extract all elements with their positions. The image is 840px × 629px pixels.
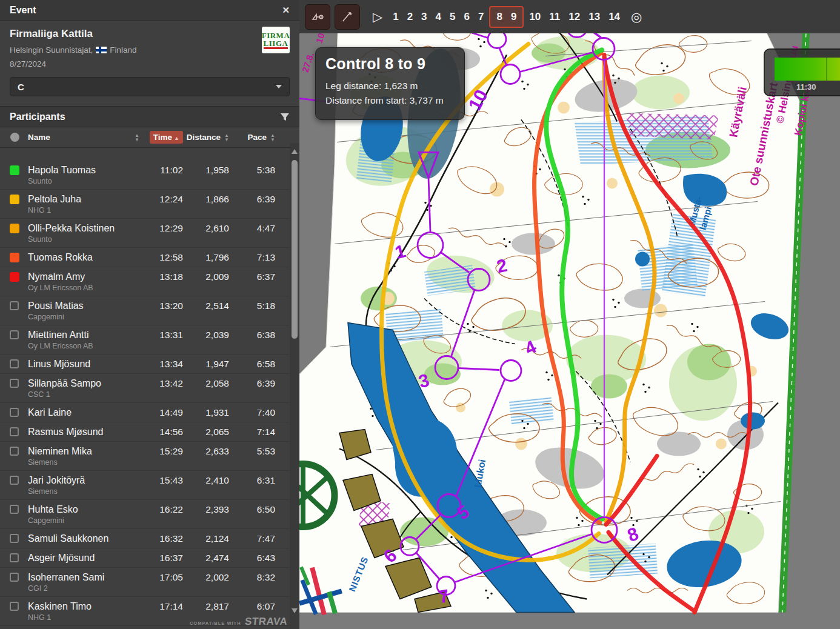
scrollbar-thumb[interactable] xyxy=(292,160,298,339)
participant-row[interactable]: Isoherranen Sami CGI 2 17:05 2,002 8:32 xyxy=(0,568,290,597)
runner-checkbox[interactable] xyxy=(10,602,19,611)
participant-row[interactable]: Nieminen Mika Siemens 15:29 2,633 5:53 xyxy=(0,442,290,471)
control-button-12[interactable]: 12 xyxy=(564,8,584,25)
runner-name: Pousi Matias xyxy=(28,299,145,312)
course-overlay-button[interactable] xyxy=(305,4,330,30)
map-view: Käyräväli Ote suunnistuskart © Helsingin… xyxy=(299,0,840,629)
runner-checkbox[interactable] xyxy=(10,427,19,436)
runner-distance: 1,796 xyxy=(183,251,229,264)
runner-time: 15:43 xyxy=(145,474,183,487)
runner-pace: 4:47 xyxy=(229,222,275,235)
runner-club: NHG 1 xyxy=(28,205,145,215)
runner-checkbox[interactable] xyxy=(10,301,19,310)
finish-button[interactable]: ◎ xyxy=(631,10,642,24)
runner-checkbox[interactable] xyxy=(10,408,19,417)
sort-icon: ▲▼ xyxy=(270,133,275,142)
runner-name: Rasmus Mjøsund xyxy=(28,425,145,438)
participant-row[interactable]: Peltola Juha NHG 1 12:24 1,866 6:39 xyxy=(0,190,290,219)
timeline-bar[interactable] xyxy=(775,58,840,81)
runner-checkbox[interactable] xyxy=(10,330,19,339)
control-button-8[interactable]: 8 xyxy=(492,8,506,25)
participant-row[interactable]: Hapola Tuomas Suunto 11:02 1,958 5:38 xyxy=(0,161,290,190)
column-name[interactable]: Name ▲▼ xyxy=(28,133,145,142)
close-icon[interactable]: ✕ xyxy=(282,5,290,16)
runner-time: 13:20 xyxy=(145,299,183,312)
runner-distance: 2,124 xyxy=(183,532,229,545)
runner-club: CSC 1 xyxy=(28,390,145,399)
control-button-6[interactable]: 6 xyxy=(460,8,474,25)
event-info: Firmaliiga Kattila FIRMA LIIGA Helsingin… xyxy=(0,21,299,107)
runner-club: Suunto xyxy=(28,176,145,186)
runner-checkbox[interactable] xyxy=(10,447,19,456)
column-time[interactable]: Time▲ xyxy=(150,131,183,144)
control-button-2[interactable]: 2 xyxy=(403,8,417,25)
runner-checkbox[interactable] xyxy=(10,573,19,582)
participant-row[interactable]: Sillanpää Sampo CSC 1 13:42 2,058 6:39 xyxy=(0,374,290,403)
leg-distance: Leg distance: 1,623 m xyxy=(325,79,455,93)
participants-scrollbar[interactable] xyxy=(290,143,299,629)
control-button-4[interactable]: 4 xyxy=(432,8,445,25)
runner-checkbox[interactable] xyxy=(10,272,19,282)
event-date: 8/27/2024 xyxy=(10,59,290,68)
runner-club: Suunto xyxy=(28,235,145,244)
control-button-3[interactable]: 3 xyxy=(417,8,431,25)
participant-row[interactable]: Nymalm Amy Oy LM Ericsson AB 13:18 2,009… xyxy=(0,267,290,296)
control-button-1[interactable]: 1 xyxy=(388,8,402,25)
control-button-14[interactable]: 14 xyxy=(604,8,624,25)
runner-checkbox[interactable] xyxy=(10,476,19,485)
map-toolbar: ▷ 1234567891011121314 ◎ xyxy=(299,0,840,33)
runner-pace: 8:32 xyxy=(229,571,275,584)
participant-row[interactable]: Olli-Pekka Koistinen Suunto 12:29 2,610 … xyxy=(0,219,290,248)
runner-distance: 2,009 xyxy=(183,270,229,283)
column-pace[interactable]: Pace▲▼ xyxy=(229,133,275,142)
runner-checkbox[interactable] xyxy=(10,224,19,233)
participant-row[interactable]: Asgeir Mjösund 16:37 2,474 6:43 xyxy=(0,548,290,568)
scroll-up-icon[interactable] xyxy=(292,149,298,154)
participant-row[interactable]: Rasmus Mjøsund 14:56 2,065 7:14 xyxy=(0,422,290,442)
runner-checkbox[interactable] xyxy=(10,505,19,514)
participants-table-header: Name ▲▼ Time▲ Distance▲▼ Pace▲▼ xyxy=(0,127,299,148)
event-name: Firmaliiga Kattila xyxy=(10,28,290,40)
participant-row[interactable]: Linus Mjösund 13:34 1,947 6:58 xyxy=(0,354,290,374)
runner-checkbox[interactable] xyxy=(10,165,19,175)
runner-checkbox[interactable] xyxy=(10,359,19,368)
logo-line2: LIIGA xyxy=(264,39,288,49)
control-button-10[interactable]: 10 xyxy=(525,8,545,25)
timeline-widget[interactable]: 11:30 1 xyxy=(764,48,840,96)
runner-pace: 7:13 xyxy=(229,251,275,264)
control-button-7[interactable]: 7 xyxy=(474,8,488,25)
runner-checkbox[interactable] xyxy=(10,195,19,204)
participant-row[interactable]: Miettinen Antti Oy LM Ericsson AB 13:31 … xyxy=(0,325,290,354)
control-button-13[interactable]: 13 xyxy=(584,8,604,25)
runner-name: Isoherranen Sami xyxy=(28,571,145,584)
runner-time: 12:29 xyxy=(145,222,183,235)
runner-name: Kaskinen Timo xyxy=(28,600,145,613)
runner-checkbox[interactable] xyxy=(10,379,19,388)
select-all-circle[interactable] xyxy=(10,133,19,142)
runner-checkbox[interactable] xyxy=(10,253,19,262)
participant-row[interactable]: Huhta Esko Capgemini 16:22 2,393 6:50 xyxy=(0,500,290,529)
filter-icon[interactable] xyxy=(280,113,290,121)
column-distance[interactable]: Distance▲▼ xyxy=(183,133,229,142)
runner-distance: 2,393 xyxy=(183,503,229,516)
scroll-down-icon[interactable] xyxy=(292,608,298,613)
runner-time: 12:24 xyxy=(145,193,183,205)
routes-toggle-button[interactable] xyxy=(335,4,360,30)
participant-row[interactable]: Samuli Saukkonen 16:32 2,124 7:47 xyxy=(0,529,290,548)
course-select[interactable]: C xyxy=(10,77,290,96)
runner-name: Huhta Esko xyxy=(28,503,145,516)
participant-row[interactable]: Kari Laine 14:49 1,931 7:40 xyxy=(0,403,290,422)
runner-checkbox[interactable] xyxy=(10,553,19,562)
chevron-down-icon xyxy=(276,85,282,88)
runner-time: 14:49 xyxy=(145,406,183,419)
control-button-11[interactable]: 11 xyxy=(545,8,564,25)
control-button-5[interactable]: 5 xyxy=(445,8,459,25)
control-button-9[interactable]: 9 xyxy=(507,8,521,25)
participant-row[interactable]: Tuomas Rokka 12:58 1,796 7:13 xyxy=(0,248,290,267)
map-forbidden-area xyxy=(625,113,719,140)
runner-checkbox[interactable] xyxy=(10,534,19,543)
participant-row[interactable]: Jari Jokitöyrä Siemens 15:43 2,410 6:31 xyxy=(0,471,290,500)
play-button[interactable]: ▷ xyxy=(373,10,382,24)
runner-distance: 1,931 xyxy=(183,406,229,419)
participant-row[interactable]: Pousi Matias Capgemini 13:20 2,514 5:18 xyxy=(0,296,290,325)
